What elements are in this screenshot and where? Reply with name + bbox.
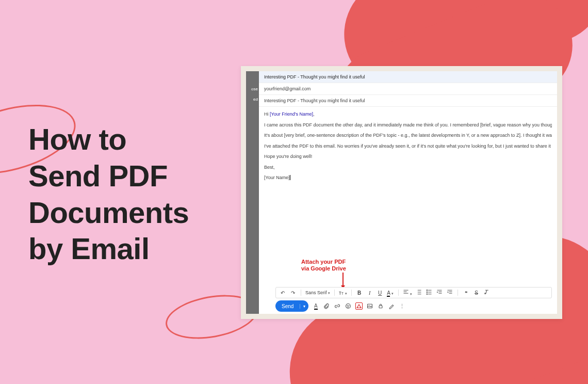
send-button[interactable]: Send ▾ xyxy=(275,300,308,312)
attach-file-icon[interactable] xyxy=(323,302,330,310)
body-paragraph: It's about [very brief, one-sentence des… xyxy=(264,132,552,139)
body-signoff: Best, xyxy=(264,164,552,171)
indent-increase-button[interactable] xyxy=(446,289,453,296)
align-button[interactable]: ▾ xyxy=(403,289,413,296)
compose-panel: Interesting PDF - Thought you might find… xyxy=(259,71,557,314)
body-signature: [Your Name] xyxy=(264,174,552,182)
body-greeting: Hi [Your Friend's Name], xyxy=(264,111,552,118)
compose-body[interactable]: Hi [Your Friend's Name], I came across t… xyxy=(259,107,557,189)
google-drive-icon[interactable] xyxy=(355,302,363,310)
font-size-select[interactable]: тT ▾ xyxy=(339,290,347,296)
confidential-mode-icon[interactable] xyxy=(377,302,384,310)
svg-point-4 xyxy=(347,305,348,306)
send-row: Send ▾ A xyxy=(275,300,552,312)
svg-point-3 xyxy=(346,304,351,309)
strikethrough-button[interactable]: S xyxy=(472,290,480,296)
sidebar-fragment: ed xyxy=(253,97,258,102)
svg-point-2 xyxy=(427,294,428,295)
clear-formatting-button[interactable] xyxy=(483,289,490,296)
underline-button[interactable]: U xyxy=(377,290,384,296)
emoji-icon[interactable] xyxy=(345,302,352,310)
insert-image-icon[interactable] xyxy=(366,302,373,310)
body-paragraph: Hope you're doing well! xyxy=(264,153,552,161)
italic-button[interactable]: I xyxy=(366,290,373,296)
numbered-list-button[interactable] xyxy=(415,289,422,296)
svg-rect-7 xyxy=(379,306,382,308)
svg-point-0 xyxy=(427,290,428,291)
signature-icon[interactable] xyxy=(388,302,395,310)
body-paragraph: I came across this PDF document the othe… xyxy=(264,122,552,129)
annotation-callout: Attach your PDF via Google Drive xyxy=(301,259,346,273)
svg-rect-6 xyxy=(368,304,372,308)
sidebar-fragment: ose xyxy=(251,87,258,91)
gmail-sidebar-peek: ose ed xyxy=(246,71,259,314)
text-style-icon[interactable]: A xyxy=(312,302,319,310)
body-paragraph: I've attached the PDF to this email. No … xyxy=(264,143,552,150)
undo-button[interactable]: ↶ xyxy=(279,290,286,296)
compose-window-title: Interesting PDF - Thought you might find… xyxy=(259,71,557,83)
bold-button[interactable]: B xyxy=(356,290,363,296)
redo-button[interactable]: ↷ xyxy=(289,290,297,296)
stage: How to Send PDF Documents by Email ose e… xyxy=(0,0,588,384)
screenshot-frame: ose ed Interesting PDF - Thought you mig… xyxy=(241,66,562,319)
recipients-field[interactable]: yourfriend@gmail.com xyxy=(259,83,557,95)
annotation-arrow xyxy=(342,273,344,288)
gmail-compose-screenshot: ose ed Interesting PDF - Thought you mig… xyxy=(246,71,557,314)
insert-link-icon[interactable] xyxy=(334,302,341,310)
svg-point-1 xyxy=(427,292,428,293)
svg-point-5 xyxy=(349,305,349,306)
subject-field[interactable]: Interesting PDF - Thought you might find… xyxy=(259,95,557,107)
quote-button[interactable]: ❝ xyxy=(462,290,469,296)
bulleted-list-button[interactable] xyxy=(426,289,433,296)
formatting-toolbar: ↶ ↷ Sans Serif ▾ тT ▾ B I U A ▾ ▾ xyxy=(275,287,552,298)
indent-decrease-button[interactable] xyxy=(436,289,443,296)
page-title: How to Send PDF Documents by Email xyxy=(28,121,189,267)
more-options-icon[interactable]: ⋮ xyxy=(399,302,406,310)
send-options-dropdown[interactable]: ▾ xyxy=(300,304,308,309)
text-color-button[interactable]: A ▾ xyxy=(387,290,394,296)
font-family-select[interactable]: Sans Serif ▾ xyxy=(305,290,330,295)
